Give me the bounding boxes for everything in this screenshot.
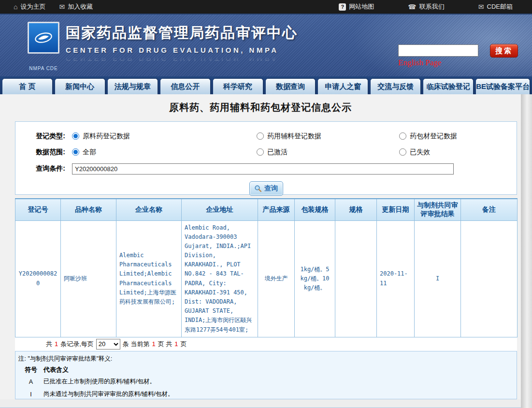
cell-company-name: Alembic Pharmaceuticals Limited;Alembic …	[116, 220, 182, 337]
header-titles: 国家药品监督管理局药品审评中心 CENTER FOR DRUG EVALUATI…	[66, 23, 298, 63]
col-header-product-source: 产品来源	[258, 199, 295, 220]
col-header-company-address: 企业地址	[182, 199, 258, 220]
scope-option-all-label: 全部	[83, 148, 96, 157]
page-title-band: 原料药、药用辅料和药包材登记信息公示	[0, 94, 521, 120]
cell-packaging-spec: 1kg/桶。5 kg/桶。10 kg/桶。	[295, 220, 335, 337]
reg-type-row: 登记类型: 原料药登记数据 药用辅料登记数据 药包材登记数据	[15, 128, 517, 144]
home-icon: ⌂	[14, 3, 17, 10]
cell-spec	[335, 220, 377, 337]
phone-icon: ☎	[408, 3, 416, 10]
cell-reg-no: Y20200000820	[15, 220, 61, 337]
scope-row: 数据范围: 全部 已激活 已失效	[15, 144, 517, 160]
legend-notes: 注: "与制剂共同审评审批结果"释义: 符号 代表含义 A 已批准在上市制剂使用…	[15, 351, 517, 399]
contact-link[interactable]: ☎ 联系我们	[408, 2, 444, 11]
notes-title: 注: "与制剂共同审评审批结果"释义:	[18, 353, 517, 364]
notes-symbol-header: 符号	[18, 365, 43, 374]
pagination-text-3: 条 当前第	[123, 340, 150, 349]
header-search-input[interactable]	[398, 44, 478, 57]
query-button-row: 查询	[15, 181, 517, 196]
add-favorite-link[interactable]: ✉ 加入收藏	[59, 2, 93, 11]
envelope-icon: ✉	[59, 3, 65, 10]
nmpa-cde-logo[interactable]	[28, 22, 59, 54]
note-meaning-i: 尚未通过与制剂共同审评审批的原料/辅料/包材。	[43, 390, 517, 398]
pagination-text-1: 共	[46, 340, 52, 349]
notes-header-row: 符号 代表含义	[18, 364, 517, 376]
set-homepage-link[interactable]: ⌂ 设为主页	[14, 2, 45, 11]
reg-type-option-api[interactable]: 原料药登记数据	[72, 132, 257, 141]
scope-option-active[interactable]: 已激活	[257, 148, 399, 157]
header-search-button[interactable]: 搜索	[490, 44, 518, 58]
tab-be-platform[interactable]: BE试验备案平台	[476, 79, 530, 94]
english-page-link[interactable]: English Page	[398, 58, 441, 68]
col-header-update-date: 更新日期	[377, 199, 415, 220]
mail-icon: ✉	[478, 3, 484, 10]
scope-option-expired[interactable]: 已失效	[399, 148, 517, 157]
tab-communication[interactable]: 交流与反馈	[371, 79, 420, 94]
set-homepage-label: 设为主页	[20, 2, 45, 11]
scope-radio-active[interactable]	[257, 148, 264, 156]
scope-option-all[interactable]: 全部	[72, 148, 257, 157]
pagination-text-4: 页 共	[158, 340, 173, 349]
scope-radio-expired[interactable]	[399, 148, 406, 156]
note-meaning-a: 已批准在上市制剂使用的原料/辅料/包材。	[43, 378, 517, 386]
reg-type-option-excipient[interactable]: 药用辅料登记数据	[257, 132, 399, 141]
reg-type-option-packaging-label: 药包材登记数据	[410, 132, 457, 141]
pagination-text-5: 页	[181, 340, 187, 349]
table-header-row: 登记号 品种名称 企业名称 企业地址 产品来源 包装规格 规格 更新日期 与制剂…	[15, 199, 518, 220]
pagination-bar: 共 1 条记录,每页 20 条 当前第 1 页 共 1 页	[15, 337, 517, 351]
tab-data-query[interactable]: 数据查询	[266, 79, 316, 94]
tab-home[interactable]: 首 页	[2, 79, 52, 94]
add-favorite-label: 加入收藏	[68, 2, 93, 11]
pre-footer-gap	[0, 399, 521, 408]
magnifier-icon	[254, 185, 262, 192]
logo-caption: NMPA CDE	[23, 66, 64, 71]
tab-info-disclosure[interactable]: 信息公开	[160, 79, 210, 94]
site-title-en-reflection: CENTER FOR DRUG EVALUATION, NMPA	[66, 55, 298, 63]
query-button[interactable]: 查询	[249, 181, 283, 196]
reg-type-label: 登记类型:	[15, 132, 72, 141]
scope-label: 数据范围:	[15, 148, 72, 157]
cell-remarks	[461, 220, 518, 337]
main-content: 原料药、药用辅料和药包材登记信息公示 登记类型: 原料药登记数据 药用辅料登记数…	[0, 94, 521, 408]
notes-meaning-header: 代表含义	[43, 365, 517, 374]
pagination-total-pages: 1	[174, 340, 178, 348]
col-header-company-name: 企业名称	[116, 199, 182, 220]
cell-product-name: 阿哌沙班	[61, 220, 116, 337]
reg-type-option-packaging[interactable]: 药包材登记数据	[399, 132, 517, 141]
col-header-reg-no: 登记号	[15, 199, 61, 220]
site-header: NMPA CDE 国家药品监督管理局药品审评中心 CENTER FOR DRUG…	[0, 15, 532, 76]
per-page-select[interactable]: 20	[96, 339, 120, 350]
note-symbol-i: I	[18, 391, 43, 398]
page-right-gutter	[521, 94, 532, 408]
tab-science-research[interactable]: 科学研究	[213, 79, 263, 94]
scope-radio-all[interactable]	[72, 148, 79, 156]
tab-clinical-trial[interactable]: 临床试验登记	[423, 79, 473, 94]
query-condition-input[interactable]	[72, 163, 454, 175]
pagination-total-records: 1	[55, 340, 58, 348]
col-header-spec: 规格	[335, 199, 377, 220]
cde-mail-link[interactable]: ✉ CDE邮箱	[478, 2, 513, 11]
reg-type-radio-excipient[interactable]	[257, 132, 264, 140]
tab-regulations[interactable]: 法规与规章	[108, 79, 158, 94]
sitemap-link[interactable]: ? 网站地图	[339, 2, 374, 11]
cell-product-source: 境外生产	[258, 220, 295, 337]
scope-option-expired-label: 已失效	[410, 148, 430, 157]
reg-type-radio-packaging[interactable]	[399, 132, 406, 140]
query-condition-row: 查询条件:	[15, 160, 517, 177]
results-table: 登记号 品种名称 企业名称 企业地址 产品来源 包装规格 规格 更新日期 与制剂…	[15, 198, 518, 337]
tab-news[interactable]: 新闻中心	[55, 79, 105, 94]
query-button-label: 查询	[264, 184, 278, 193]
pagination-current-page: 1	[152, 340, 155, 348]
pagination-text-2: 条记录,每页	[60, 340, 94, 349]
cell-joint-review-result: I	[415, 220, 461, 337]
main-nav: 首 页 新闻中心 法规与规章 信息公开 科学研究 数据查询 申请人之窗 交流与反…	[0, 76, 532, 94]
contact-label: 联系我们	[419, 2, 445, 11]
query-condition-label: 查询条件:	[15, 164, 72, 173]
tab-applicant-window[interactable]: 申请人之窗	[318, 79, 368, 94]
topbar-right-group: ? 网站地图 ☎ 联系我们 ✉ CDE邮箱	[339, 2, 532, 11]
reg-type-radio-api[interactable]	[72, 132, 79, 140]
top-utility-bar: ⌂ 设为主页 ✉ 加入收藏 ? 网站地图 ☎ 联系我们 ✉ CDE邮箱	[0, 0, 532, 15]
note-symbol-a: A	[18, 379, 43, 385]
logo-swoosh-icon	[32, 27, 55, 49]
cde-mail-label: CDE邮箱	[487, 2, 513, 11]
